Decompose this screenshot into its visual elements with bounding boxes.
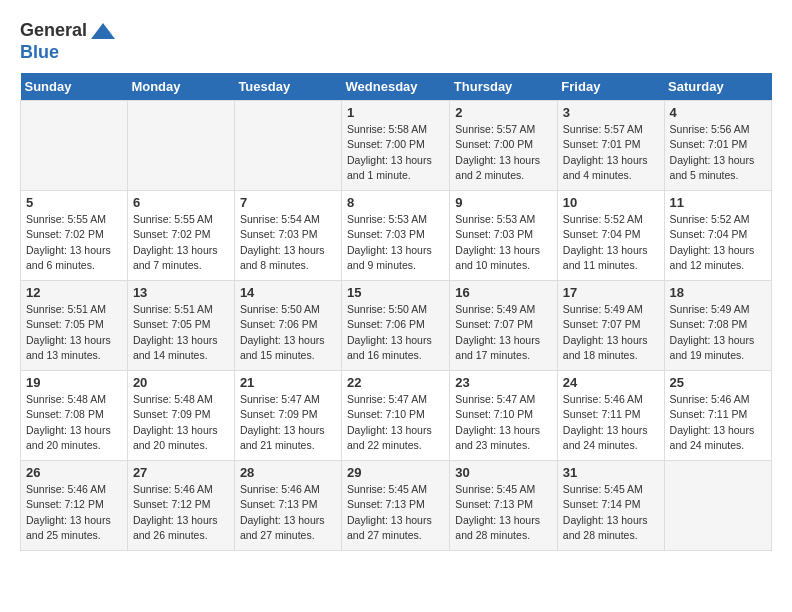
calendar-cell: 23Sunrise: 5:47 AM Sunset: 7:10 PM Dayli…	[450, 371, 558, 461]
calendar-cell: 3Sunrise: 5:57 AM Sunset: 7:01 PM Daylig…	[557, 101, 664, 191]
day-number: 30	[455, 465, 552, 480]
calendar-cell: 9Sunrise: 5:53 AM Sunset: 7:03 PM Daylig…	[450, 191, 558, 281]
calendar-cell	[234, 101, 341, 191]
day-number: 7	[240, 195, 336, 210]
day-info: Sunrise: 5:46 AM Sunset: 7:12 PM Dayligh…	[26, 482, 122, 543]
day-number: 8	[347, 195, 444, 210]
day-number: 4	[670, 105, 766, 120]
calendar-week-4: 19Sunrise: 5:48 AM Sunset: 7:08 PM Dayli…	[21, 371, 772, 461]
day-info: Sunrise: 5:53 AM Sunset: 7:03 PM Dayligh…	[347, 212, 444, 273]
day-info: Sunrise: 5:58 AM Sunset: 7:00 PM Dayligh…	[347, 122, 444, 183]
calendar-week-2: 5Sunrise: 5:55 AM Sunset: 7:02 PM Daylig…	[21, 191, 772, 281]
day-number: 14	[240, 285, 336, 300]
calendar-week-5: 26Sunrise: 5:46 AM Sunset: 7:12 PM Dayli…	[21, 461, 772, 551]
day-info: Sunrise: 5:45 AM Sunset: 7:13 PM Dayligh…	[455, 482, 552, 543]
calendar-cell: 14Sunrise: 5:50 AM Sunset: 7:06 PM Dayli…	[234, 281, 341, 371]
calendar-cell	[21, 101, 128, 191]
day-info: Sunrise: 5:56 AM Sunset: 7:01 PM Dayligh…	[670, 122, 766, 183]
calendar-cell: 22Sunrise: 5:47 AM Sunset: 7:10 PM Dayli…	[342, 371, 450, 461]
day-number: 17	[563, 285, 659, 300]
day-number: 31	[563, 465, 659, 480]
logo-blue: Blue	[20, 42, 59, 62]
calendar-cell: 8Sunrise: 5:53 AM Sunset: 7:03 PM Daylig…	[342, 191, 450, 281]
day-info: Sunrise: 5:49 AM Sunset: 7:08 PM Dayligh…	[670, 302, 766, 363]
day-info: Sunrise: 5:45 AM Sunset: 7:14 PM Dayligh…	[563, 482, 659, 543]
day-info: Sunrise: 5:46 AM Sunset: 7:11 PM Dayligh…	[563, 392, 659, 453]
calendar-cell: 30Sunrise: 5:45 AM Sunset: 7:13 PM Dayli…	[450, 461, 558, 551]
day-number: 1	[347, 105, 444, 120]
day-header-tuesday: Tuesday	[234, 73, 341, 101]
day-number: 9	[455, 195, 552, 210]
calendar-cell: 11Sunrise: 5:52 AM Sunset: 7:04 PM Dayli…	[664, 191, 771, 281]
day-number: 10	[563, 195, 659, 210]
calendar-cell: 4Sunrise: 5:56 AM Sunset: 7:01 PM Daylig…	[664, 101, 771, 191]
calendar-cell: 10Sunrise: 5:52 AM Sunset: 7:04 PM Dayli…	[557, 191, 664, 281]
day-info: Sunrise: 5:50 AM Sunset: 7:06 PM Dayligh…	[240, 302, 336, 363]
calendar-week-1: 1Sunrise: 5:58 AM Sunset: 7:00 PM Daylig…	[21, 101, 772, 191]
day-header-monday: Monday	[127, 73, 234, 101]
logo: General Blue	[20, 20, 115, 63]
calendar-week-3: 12Sunrise: 5:51 AM Sunset: 7:05 PM Dayli…	[21, 281, 772, 371]
calendar-cell: 18Sunrise: 5:49 AM Sunset: 7:08 PM Dayli…	[664, 281, 771, 371]
svg-marker-0	[91, 23, 115, 39]
day-info: Sunrise: 5:50 AM Sunset: 7:06 PM Dayligh…	[347, 302, 444, 363]
day-number: 28	[240, 465, 336, 480]
day-number: 25	[670, 375, 766, 390]
calendar-cell: 25Sunrise: 5:46 AM Sunset: 7:11 PM Dayli…	[664, 371, 771, 461]
day-info: Sunrise: 5:54 AM Sunset: 7:03 PM Dayligh…	[240, 212, 336, 273]
day-info: Sunrise: 5:51 AM Sunset: 7:05 PM Dayligh…	[133, 302, 229, 363]
day-number: 15	[347, 285, 444, 300]
calendar-table: SundayMondayTuesdayWednesdayThursdayFrid…	[20, 73, 772, 551]
day-info: Sunrise: 5:46 AM Sunset: 7:11 PM Dayligh…	[670, 392, 766, 453]
day-info: Sunrise: 5:49 AM Sunset: 7:07 PM Dayligh…	[455, 302, 552, 363]
day-info: Sunrise: 5:52 AM Sunset: 7:04 PM Dayligh…	[563, 212, 659, 273]
day-info: Sunrise: 5:57 AM Sunset: 7:00 PM Dayligh…	[455, 122, 552, 183]
day-header-wednesday: Wednesday	[342, 73, 450, 101]
day-info: Sunrise: 5:45 AM Sunset: 7:13 PM Dayligh…	[347, 482, 444, 543]
day-info: Sunrise: 5:48 AM Sunset: 7:08 PM Dayligh…	[26, 392, 122, 453]
day-number: 12	[26, 285, 122, 300]
day-info: Sunrise: 5:46 AM Sunset: 7:13 PM Dayligh…	[240, 482, 336, 543]
day-number: 24	[563, 375, 659, 390]
day-number: 20	[133, 375, 229, 390]
calendar-cell: 13Sunrise: 5:51 AM Sunset: 7:05 PM Dayli…	[127, 281, 234, 371]
calendar-cell	[127, 101, 234, 191]
calendar-cell: 24Sunrise: 5:46 AM Sunset: 7:11 PM Dayli…	[557, 371, 664, 461]
calendar-cell	[664, 461, 771, 551]
calendar-cell: 7Sunrise: 5:54 AM Sunset: 7:03 PM Daylig…	[234, 191, 341, 281]
day-number: 23	[455, 375, 552, 390]
day-info: Sunrise: 5:47 AM Sunset: 7:10 PM Dayligh…	[347, 392, 444, 453]
day-info: Sunrise: 5:49 AM Sunset: 7:07 PM Dayligh…	[563, 302, 659, 363]
calendar-cell: 28Sunrise: 5:46 AM Sunset: 7:13 PM Dayli…	[234, 461, 341, 551]
day-number: 21	[240, 375, 336, 390]
day-number: 19	[26, 375, 122, 390]
day-info: Sunrise: 5:51 AM Sunset: 7:05 PM Dayligh…	[26, 302, 122, 363]
logo-general: General	[20, 20, 87, 40]
day-info: Sunrise: 5:46 AM Sunset: 7:12 PM Dayligh…	[133, 482, 229, 543]
day-number: 29	[347, 465, 444, 480]
page-header: General Blue	[20, 20, 772, 63]
day-number: 16	[455, 285, 552, 300]
day-header-thursday: Thursday	[450, 73, 558, 101]
day-header-friday: Friday	[557, 73, 664, 101]
calendar-cell: 1Sunrise: 5:58 AM Sunset: 7:00 PM Daylig…	[342, 101, 450, 191]
day-number: 5	[26, 195, 122, 210]
day-number: 27	[133, 465, 229, 480]
calendar-cell: 5Sunrise: 5:55 AM Sunset: 7:02 PM Daylig…	[21, 191, 128, 281]
calendar-header-row: SundayMondayTuesdayWednesdayThursdayFrid…	[21, 73, 772, 101]
day-info: Sunrise: 5:52 AM Sunset: 7:04 PM Dayligh…	[670, 212, 766, 273]
day-number: 13	[133, 285, 229, 300]
day-number: 11	[670, 195, 766, 210]
calendar-cell: 2Sunrise: 5:57 AM Sunset: 7:00 PM Daylig…	[450, 101, 558, 191]
day-number: 22	[347, 375, 444, 390]
calendar-cell: 20Sunrise: 5:48 AM Sunset: 7:09 PM Dayli…	[127, 371, 234, 461]
calendar-cell: 21Sunrise: 5:47 AM Sunset: 7:09 PM Dayli…	[234, 371, 341, 461]
day-number: 26	[26, 465, 122, 480]
calendar-cell: 17Sunrise: 5:49 AM Sunset: 7:07 PM Dayli…	[557, 281, 664, 371]
day-info: Sunrise: 5:55 AM Sunset: 7:02 PM Dayligh…	[133, 212, 229, 273]
calendar-cell: 19Sunrise: 5:48 AM Sunset: 7:08 PM Dayli…	[21, 371, 128, 461]
day-header-sunday: Sunday	[21, 73, 128, 101]
calendar-cell: 6Sunrise: 5:55 AM Sunset: 7:02 PM Daylig…	[127, 191, 234, 281]
day-number: 3	[563, 105, 659, 120]
calendar-cell: 27Sunrise: 5:46 AM Sunset: 7:12 PM Dayli…	[127, 461, 234, 551]
